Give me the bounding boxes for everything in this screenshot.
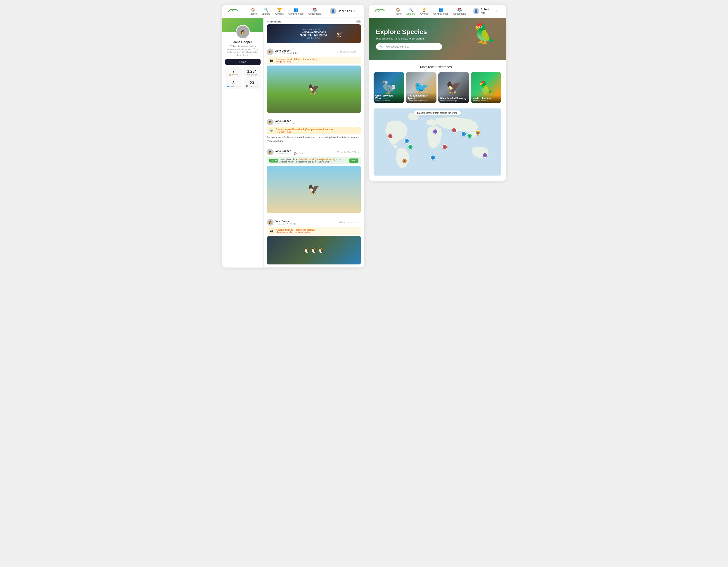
- explore-icon: 🔍: [264, 7, 268, 12]
- hero-title: Explore Species: [376, 28, 499, 36]
- right-user-avatar: 👤: [473, 8, 479, 14]
- nav-home[interactable]: 🏠 Home: [250, 7, 257, 15]
- post-kestrel: 👩 Jane Cooper 👁 112,567 ♥ 439 💬 3: [264, 46, 364, 116]
- profile-bio: Wildlife photographer with a particular …: [225, 45, 261, 57]
- right-chevron-down-icon[interactable]: ▼: [499, 10, 501, 13]
- post-name-4: Jane Cooper: [275, 220, 298, 222]
- right-nav-communities-label: Communities: [433, 12, 449, 15]
- species-search-icon: 🔍: [379, 45, 383, 48]
- bird-card-3[interactable]: 🦅 White-headed Sawwing Psalidoprocne alb…: [438, 72, 469, 103]
- bird-card-name-4: Masked Antpitta: [473, 97, 499, 100]
- right-nav-awards-label: Awards: [420, 12, 428, 15]
- eye-icon: 👁: [247, 74, 249, 76]
- right-nav-items: 🏠 Home 🔍 Explore 🏆 Awards 👥 Communities …: [395, 7, 466, 15]
- promo-card[interactable]: WEBINAR SERIES Dream Destinations SOUTH …: [267, 24, 361, 43]
- bird-card-2[interactable]: 🐦 Red-rumped Bush-Tyrant Cnemarchus eryt…: [406, 72, 436, 103]
- species-search-input[interactable]: [384, 45, 439, 48]
- post-image-puffins: 🐧🐧🐧: [267, 236, 361, 264]
- nav-collections[interactable]: 📚 Collections: [308, 7, 321, 15]
- communities-label: 👥 Communities: [226, 85, 241, 87]
- world-map-section: Latest searches from around the world: [374, 108, 501, 176]
- right-nav-user[interactable]: 👤 Robert Fox + ▼: [473, 8, 501, 14]
- post-name-3: Jane Cooper: [275, 149, 303, 152]
- map-pin-1: 👤: [388, 134, 393, 139]
- map-pin-6: 👤: [452, 128, 457, 133]
- recent-searches-title: Most recent searches...: [374, 65, 501, 69]
- follow-button[interactable]: Follow: [225, 59, 261, 65]
- post-date-3: 23 Nov 2020 at 8:24: [337, 151, 356, 153]
- post-more-3[interactable]: ···: [358, 150, 361, 154]
- collections-number: 23: [244, 81, 260, 85]
- post-meta-1: 👁 112,567 ♥ 439 💬 3: [275, 52, 298, 54]
- right-nav-communities[interactable]: 👥 Communities: [433, 7, 449, 15]
- map-pin-5: 👤: [433, 129, 438, 134]
- right-nav-collections-label: Collections: [453, 12, 466, 15]
- sightings-label: 👁 Sightings: [244, 74, 260, 76]
- profile-sidebar: 👩 Jane Cooper Wildlife photographer with…: [222, 18, 264, 267]
- post-header-1: 👩 Jane Cooper 👁 112,567 ♥ 439 💬 3: [267, 48, 361, 55]
- right-nav-home-label: Home: [395, 12, 402, 15]
- right-communities-icon: 👥: [439, 7, 443, 12]
- right-nav-collections[interactable]: 📚 Collections: [453, 7, 466, 15]
- chevron-down-icon[interactable]: ▼: [357, 10, 359, 13]
- right-logo[interactable]: [374, 7, 385, 15]
- map-pin-12: 👤: [482, 152, 488, 158]
- post-more-2[interactable]: ···: [358, 120, 361, 124]
- ad-badge: AD: [356, 20, 361, 23]
- map-pin-4: 👤: [402, 158, 407, 164]
- post-more-4[interactable]: ···: [358, 220, 361, 224]
- right-nav-explore-label: Explore: [406, 12, 415, 15]
- content-area: 👩 Jane Cooper Wildlife photographer with…: [222, 18, 364, 267]
- right-add-icon[interactable]: +: [495, 9, 497, 13]
- nav-collections-label: Collections: [308, 12, 321, 15]
- bird-card-4[interactable]: 🦜 Masked Antpitta Hylopezus auricularis: [471, 72, 501, 103]
- right-explore-icon: 🔍: [408, 7, 413, 12]
- right-nav-home[interactable]: 🏠 Home: [395, 7, 402, 15]
- nav-awards-label: Awards: [275, 12, 283, 15]
- post-meta-2: 8 Feb 2021 at 10:24: [275, 122, 294, 125]
- right-nav-explore[interactable]: 🔍 Explore: [406, 7, 415, 15]
- map-pin-3: 👤: [408, 144, 413, 149]
- post-image-hawk: 🦅: [267, 166, 361, 213]
- species-search-bar[interactable]: 🔍: [376, 43, 442, 50]
- home-icon: 🏠: [251, 7, 256, 12]
- post-image-kestrel: 🦅: [267, 65, 361, 113]
- nav-explore[interactable]: 🔍 Explore: [262, 7, 270, 15]
- nav-communities[interactable]: 👥 Communities: [288, 7, 304, 15]
- bird-tag-4: 📷 Atlantic Puffins (Fratercula arctica) …: [267, 227, 361, 235]
- bird-card-1[interactable]: 🦤 Green-crowned Plovercrest Stephanoxis …: [374, 72, 404, 103]
- right-nav-awards[interactable]: 🏆 Awards: [420, 7, 428, 15]
- world-map-svg: [374, 108, 501, 176]
- right-home-icon: 🏠: [396, 7, 401, 12]
- promotions-section: Promotions AD WEBINAR SERIES Dream Desti…: [264, 18, 364, 46]
- profile-info: Jane Cooper Wildlife photographer with a…: [222, 40, 263, 89]
- communities-number: 3: [226, 81, 241, 85]
- map-pin-2: 👤: [404, 138, 410, 143]
- stats-grid: 7 🏆 Awards 1,234 👁 Sightings: [225, 67, 261, 89]
- post-meta-4: 👁 112,567 ♥ 438 💬 4: [275, 222, 298, 225]
- bird-card-scientific-1: Stephanoxis lalandi: [375, 100, 402, 101]
- post-puffins: 👩 Jane Cooper 👁 112,567 ♥ 438 💬 4: [264, 216, 364, 267]
- bird-location-1: Bangalore, India: [276, 61, 317, 63]
- post-header-4: 👩 Jane Cooper 👁 112,567 ♥ 438 💬 4: [267, 219, 361, 226]
- bird-name-4: Atlantic Puffins (Fratercula arctica): [276, 228, 315, 231]
- add-icon[interactable]: +: [353, 9, 355, 13]
- awards-stat: 7 🏆 Awards: [225, 67, 242, 78]
- collections-icon: 📚: [312, 7, 317, 12]
- nav-awards[interactable]: 🏆 Awards: [275, 7, 283, 15]
- post-user-2: 👩 Jane Cooper 8 Feb 2021 at 10:24: [267, 119, 294, 125]
- nav-items: 🏠 Home 🔍 Explore 🏆 Awards 👥 Communities …: [248, 7, 323, 15]
- post-more-1[interactable]: ···: [358, 50, 361, 54]
- post-name-1: Jane Cooper: [275, 49, 298, 52]
- promo-image: WEBINAR SERIES Dream Destinations SOUTH …: [267, 24, 361, 43]
- right-collections-icon: 📚: [457, 7, 462, 12]
- sightings-stat: 1,234 👁 Sightings: [244, 67, 261, 78]
- post-header-3: 👩 Jane Cooper 👁 42,687 ♥ 1,221 💬 3 ↗ 1: [267, 149, 361, 155]
- nav-explore-label: Explore: [262, 12, 270, 15]
- nav-user[interactable]: 👤 Robert Fox + ▼: [330, 8, 359, 14]
- group-icon: 👥: [227, 85, 229, 87]
- view-button[interactable]: View: [349, 158, 358, 163]
- bird-overlay-3: White-headed Sawwing Psalidoprocne albic…: [438, 95, 469, 103]
- logo[interactable]: [227, 7, 239, 15]
- nav-communities-label: Communities: [288, 12, 304, 15]
